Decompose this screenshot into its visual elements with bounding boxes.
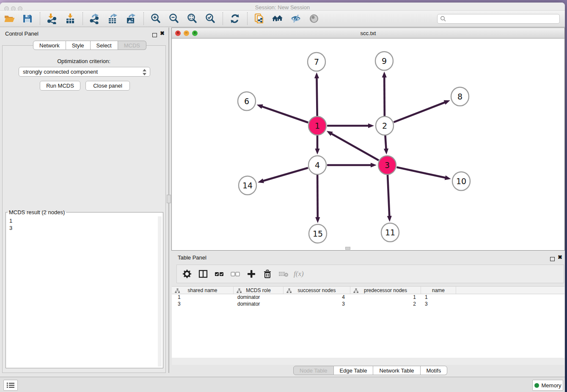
import-network-icon: [47, 13, 58, 24]
table-cell[interactable]: 3: [284, 301, 350, 308]
column-type-icon: [237, 288, 242, 293]
graph-edge[interactable]: [394, 102, 446, 122]
add-row-button[interactable]: [245, 268, 257, 280]
graph-edge[interactable]: [384, 76, 385, 116]
close-panel-button[interactable]: Close panel: [85, 81, 130, 91]
table-hscroll-area[interactable]: [172, 358, 564, 365]
tab-edge-table[interactable]: Edge Table: [334, 366, 374, 375]
zoom-selected-button[interactable]: [204, 13, 216, 25]
table-cell[interactable]: dominator: [234, 294, 284, 301]
status-bar: Memory: [0, 377, 565, 392]
table-cell[interactable]: 1: [421, 294, 456, 301]
import-table-button[interactable]: [64, 13, 76, 25]
tab-style[interactable]: Style: [66, 41, 91, 50]
zoom-out-button[interactable]: [168, 13, 180, 25]
network-window-title: scc.txt: [172, 30, 564, 36]
export-table-button[interactable]: [107, 13, 119, 25]
table-row[interactable]: 1dominator411: [172, 294, 564, 301]
table-cell[interactable]: dominator: [234, 301, 284, 308]
graph-edge[interactable]: [261, 106, 308, 123]
float-panel-icon[interactable]: [152, 31, 157, 39]
import-network-button[interactable]: [46, 13, 58, 25]
criterion-select[interactable]: strongly connected component: [19, 67, 150, 77]
plus-icon: [247, 269, 256, 279]
table-cell[interactable]: 3: [421, 301, 456, 308]
delete-row-button[interactable]: [261, 268, 273, 280]
mcds-result-text[interactable]: 1 3: [7, 216, 158, 367]
network-graph[interactable]: 7968124314101511: [172, 39, 564, 250]
column-header-predecessor-nodes[interactable]: predecessor nodes: [350, 287, 421, 294]
graph-node-label: 7: [314, 57, 319, 66]
save-session-button[interactable]: [22, 13, 33, 25]
graph-edge[interactable]: [317, 77, 317, 116]
clone-network-button[interactable]: [253, 13, 265, 25]
close-panel-icon[interactable]: ✖: [160, 30, 165, 36]
show-columns-button[interactable]: [197, 268, 209, 280]
graph-edge[interactable]: [317, 175, 318, 218]
show-details-button[interactable]: [308, 13, 320, 25]
select-all-button[interactable]: [213, 268, 225, 280]
open-session-button[interactable]: [3, 13, 15, 25]
export-network-button[interactable]: [89, 13, 101, 25]
search-field[interactable]: [446, 15, 559, 23]
fit-content-button[interactable]: [186, 13, 198, 25]
control-panel-header: Control Panel ✖: [0, 28, 168, 39]
function-builder-button[interactable]: f(x): [294, 270, 304, 278]
table-settings-button[interactable]: [181, 268, 193, 280]
graph-edge[interactable]: [330, 133, 379, 160]
table-panel-header: Table Panel ✖: [171, 252, 567, 263]
tab-node-table[interactable]: Node Table: [293, 366, 334, 375]
graph-edge-arrowhead: [315, 217, 320, 223]
result-scrollbar[interactable]: [158, 216, 162, 367]
toolbar-separator: [143, 12, 144, 25]
table-float-icon[interactable]: [550, 255, 555, 263]
search-input[interactable]: [437, 14, 560, 24]
tab-motifs[interactable]: Motifs: [421, 366, 448, 375]
hide-details-button[interactable]: [290, 13, 302, 25]
optimization-criterion-label: Optimization criterion:: [0, 58, 168, 64]
column-header-shared-name[interactable]: shared name: [172, 287, 234, 294]
toolbar-separator: [83, 12, 83, 25]
table-cell[interactable]: 1: [350, 294, 421, 301]
column-type-icon: [353, 288, 359, 293]
column-header-name[interactable]: name: [421, 287, 456, 294]
app-titlebar: Session: New Session: [0, 3, 565, 11]
table-cell[interactable]: 4: [284, 294, 350, 301]
canvas-scroll-thumb[interactable]: [345, 247, 350, 250]
table-cell[interactable]: 1: [172, 294, 234, 301]
graph-edge[interactable]: [388, 175, 389, 217]
column-header-successor-nodes[interactable]: successor nodes: [284, 287, 350, 294]
table-cell[interactable]: 2: [350, 301, 421, 308]
memory-label: Memory: [542, 382, 561, 389]
graph-node-label: 11: [385, 228, 395, 237]
first-neighbors-icon: [272, 13, 284, 24]
list-icon: [7, 382, 14, 388]
graph-node-label: 8: [457, 92, 462, 101]
tab-select[interactable]: Select: [91, 41, 118, 50]
graph-edge[interactable]: [262, 168, 308, 181]
deselect-all-button[interactable]: [229, 268, 241, 280]
tab-mcds[interactable]: MCDS: [118, 41, 146, 50]
apply-layout-button[interactable]: [229, 13, 241, 25]
node-table: shared name MCDS role successor nodes: [172, 286, 564, 358]
table-cell[interactable]: 3: [172, 301, 234, 308]
splitter-handle[interactable]: [167, 195, 171, 203]
table-close-icon[interactable]: ✖: [558, 254, 562, 260]
task-history-button[interactable]: [3, 380, 18, 391]
graph-edge[interactable]: [385, 135, 386, 150]
graph-edge-arrowhead: [444, 100, 450, 105]
export-image-button[interactable]: [125, 13, 137, 25]
column-header-mcds-role[interactable]: MCDS role: [234, 287, 284, 294]
graph-node-label: 6: [244, 97, 249, 106]
tab-network[interactable]: Network: [33, 41, 66, 50]
network-canvas[interactable]: 7968124314101511: [172, 39, 564, 250]
run-mcds-button[interactable]: Run MCDS: [40, 81, 80, 91]
table-header-row: shared name MCDS role successor nodes: [172, 286, 564, 294]
first-neighbors-button[interactable]: [272, 13, 284, 25]
graph-edge[interactable]: [396, 167, 446, 178]
delete-column-button[interactable]: [278, 268, 289, 280]
table-row[interactable]: 3dominator323: [172, 301, 564, 308]
tab-network-table[interactable]: Network Table: [373, 366, 420, 375]
memory-button[interactable]: Memory: [532, 380, 563, 391]
zoom-in-button[interactable]: [150, 13, 162, 25]
